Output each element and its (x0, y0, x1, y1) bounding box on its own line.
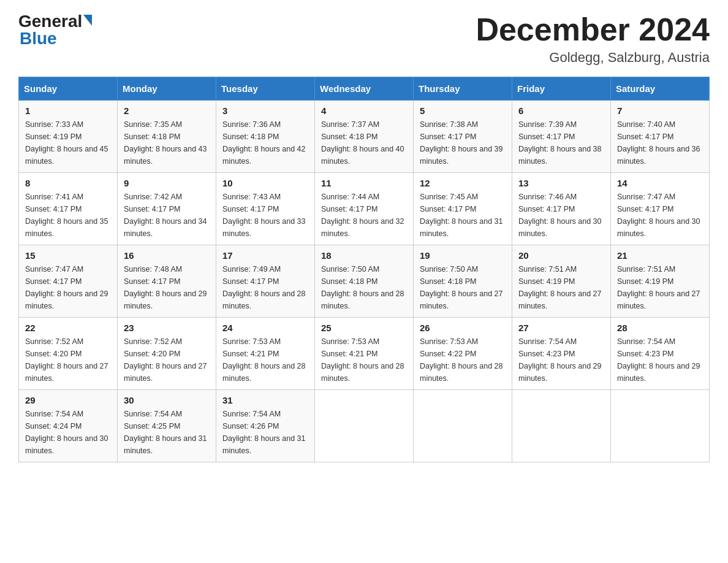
day-number: 14 (617, 178, 703, 188)
day-number: 16 (124, 250, 210, 261)
day-info: Sunrise: 7:47 AMSunset: 4:17 PMDaylight:… (617, 193, 700, 238)
table-row: 7 Sunrise: 7:40 AMSunset: 4:17 PMDayligh… (611, 101, 710, 173)
calendar-title-area: December 2024 Goldegg, Salzburg, Austria (476, 12, 710, 66)
day-number: 20 (518, 250, 604, 261)
table-row (512, 390, 611, 462)
table-row: 22 Sunrise: 7:52 AMSunset: 4:20 PMDaylig… (19, 318, 118, 390)
calendar-week-row: 8 Sunrise: 7:41 AMSunset: 4:17 PMDayligh… (19, 173, 710, 245)
table-row: 6 Sunrise: 7:39 AMSunset: 4:17 PMDayligh… (512, 101, 611, 173)
day-info: Sunrise: 7:50 AMSunset: 4:18 PMDaylight:… (420, 265, 503, 310)
day-info: Sunrise: 7:42 AMSunset: 4:17 PMDaylight:… (124, 193, 207, 238)
day-number: 24 (222, 323, 308, 333)
table-row: 2 Sunrise: 7:35 AMSunset: 4:18 PMDayligh… (118, 101, 216, 173)
table-row: 30 Sunrise: 7:54 AMSunset: 4:25 PMDaylig… (118, 390, 216, 462)
col-monday: Monday (118, 77, 216, 101)
table-row: 17 Sunrise: 7:49 AMSunset: 4:17 PMDaylig… (216, 245, 315, 318)
day-info: Sunrise: 7:49 AMSunset: 4:17 PMDaylight:… (222, 265, 306, 310)
day-info: Sunrise: 7:54 AMSunset: 4:25 PMDaylight:… (124, 410, 207, 455)
day-info: Sunrise: 7:44 AMSunset: 4:17 PMDaylight:… (321, 193, 404, 238)
day-number: 12 (420, 178, 506, 188)
day-number: 7 (617, 105, 703, 116)
day-number: 21 (617, 250, 703, 261)
table-row: 28 Sunrise: 7:54 AMSunset: 4:23 PMDaylig… (611, 318, 710, 390)
day-info: Sunrise: 7:52 AMSunset: 4:20 PMDaylight:… (25, 337, 108, 383)
table-row: 16 Sunrise: 7:48 AMSunset: 4:17 PMDaylig… (118, 245, 216, 318)
calendar-table: Sunday Monday Tuesday Wednesday Thursday… (18, 77, 710, 462)
col-tuesday: Tuesday (216, 77, 315, 101)
table-row: 19 Sunrise: 7:50 AMSunset: 4:18 PMDaylig… (414, 245, 512, 318)
table-row: 27 Sunrise: 7:54 AMSunset: 4:23 PMDaylig… (512, 318, 611, 390)
calendar-week-row: 29 Sunrise: 7:54 AMSunset: 4:24 PMDaylig… (19, 390, 710, 462)
day-info: Sunrise: 7:48 AMSunset: 4:17 PMDaylight:… (124, 265, 207, 310)
col-wednesday: Wednesday (315, 77, 414, 101)
table-row: 4 Sunrise: 7:37 AMSunset: 4:18 PMDayligh… (315, 101, 414, 173)
day-info: Sunrise: 7:51 AMSunset: 4:19 PMDaylight:… (617, 265, 700, 310)
logo-blue: Blue (18, 29, 57, 48)
day-number: 15 (25, 250, 111, 261)
table-row: 10 Sunrise: 7:43 AMSunset: 4:17 PMDaylig… (216, 173, 315, 245)
calendar-week-row: 15 Sunrise: 7:47 AMSunset: 4:17 PMDaylig… (19, 245, 710, 318)
col-friday: Friday (512, 77, 611, 101)
table-row: 26 Sunrise: 7:53 AMSunset: 4:22 PMDaylig… (414, 318, 512, 390)
location-subtitle: Goldegg, Salzburg, Austria (476, 50, 710, 66)
day-info: Sunrise: 7:46 AMSunset: 4:17 PMDaylight:… (518, 193, 602, 238)
month-title: December 2024 (476, 12, 710, 47)
day-number: 25 (321, 323, 407, 333)
day-number: 18 (321, 250, 407, 261)
day-info: Sunrise: 7:45 AMSunset: 4:17 PMDaylight:… (420, 193, 503, 238)
day-info: Sunrise: 7:41 AMSunset: 4:17 PMDaylight:… (25, 193, 108, 238)
day-info: Sunrise: 7:36 AMSunset: 4:18 PMDaylight:… (222, 120, 306, 166)
table-row: 13 Sunrise: 7:46 AMSunset: 4:17 PMDaylig… (512, 173, 611, 245)
day-number: 4 (321, 105, 407, 116)
col-thursday: Thursday (414, 77, 512, 101)
day-number: 30 (124, 395, 210, 405)
table-row: 21 Sunrise: 7:51 AMSunset: 4:19 PMDaylig… (611, 245, 710, 318)
day-number: 29 (25, 395, 111, 405)
table-row: 3 Sunrise: 7:36 AMSunset: 4:18 PMDayligh… (216, 101, 315, 173)
page-header: General Blue December 2024 Goldegg, Salz… (18, 12, 710, 66)
table-row: 11 Sunrise: 7:44 AMSunset: 4:17 PMDaylig… (315, 173, 414, 245)
day-number: 5 (420, 105, 506, 116)
day-info: Sunrise: 7:38 AMSunset: 4:17 PMDaylight:… (420, 120, 503, 166)
day-number: 26 (420, 323, 506, 333)
calendar-header-row: Sunday Monday Tuesday Wednesday Thursday… (19, 77, 710, 101)
table-row: 5 Sunrise: 7:38 AMSunset: 4:17 PMDayligh… (414, 101, 512, 173)
table-row: 15 Sunrise: 7:47 AMSunset: 4:17 PMDaylig… (19, 245, 118, 318)
table-row: 20 Sunrise: 7:51 AMSunset: 4:19 PMDaylig… (512, 245, 611, 318)
day-info: Sunrise: 7:40 AMSunset: 4:17 PMDaylight:… (617, 120, 700, 166)
table-row: 31 Sunrise: 7:54 AMSunset: 4:26 PMDaylig… (216, 390, 315, 462)
day-info: Sunrise: 7:52 AMSunset: 4:20 PMDaylight:… (124, 337, 207, 383)
day-number: 13 (518, 178, 604, 188)
table-row: 9 Sunrise: 7:42 AMSunset: 4:17 PMDayligh… (118, 173, 216, 245)
table-row (611, 390, 710, 462)
day-number: 9 (124, 178, 210, 188)
day-info: Sunrise: 7:54 AMSunset: 4:24 PMDaylight:… (25, 410, 108, 455)
table-row: 23 Sunrise: 7:52 AMSunset: 4:20 PMDaylig… (118, 318, 216, 390)
table-row: 14 Sunrise: 7:47 AMSunset: 4:17 PMDaylig… (611, 173, 710, 245)
logo: General Blue (18, 12, 92, 48)
table-row (315, 390, 414, 462)
day-info: Sunrise: 7:47 AMSunset: 4:17 PMDaylight:… (25, 265, 108, 310)
day-number: 27 (518, 323, 604, 333)
table-row: 8 Sunrise: 7:41 AMSunset: 4:17 PMDayligh… (19, 173, 118, 245)
day-info: Sunrise: 7:33 AMSunset: 4:19 PMDaylight:… (25, 120, 108, 166)
day-info: Sunrise: 7:54 AMSunset: 4:23 PMDaylight:… (518, 337, 602, 383)
table-row: 29 Sunrise: 7:54 AMSunset: 4:24 PMDaylig… (19, 390, 118, 462)
day-number: 6 (518, 105, 604, 116)
day-info: Sunrise: 7:54 AMSunset: 4:26 PMDaylight:… (222, 410, 306, 455)
day-info: Sunrise: 7:43 AMSunset: 4:17 PMDaylight:… (222, 193, 306, 238)
day-info: Sunrise: 7:54 AMSunset: 4:23 PMDaylight:… (617, 337, 700, 383)
day-number: 28 (617, 323, 703, 333)
day-number: 23 (124, 323, 210, 333)
day-number: 11 (321, 178, 407, 188)
day-info: Sunrise: 7:39 AMSunset: 4:17 PMDaylight:… (518, 120, 602, 166)
logo-triangle-icon (83, 15, 92, 26)
day-number: 8 (25, 178, 111, 188)
day-number: 2 (124, 105, 210, 116)
day-info: Sunrise: 7:53 AMSunset: 4:22 PMDaylight:… (420, 337, 503, 383)
table-row: 1 Sunrise: 7:33 AMSunset: 4:19 PMDayligh… (19, 101, 118, 173)
col-saturday: Saturday (611, 77, 710, 101)
day-info: Sunrise: 7:50 AMSunset: 4:18 PMDaylight:… (321, 265, 404, 310)
day-info: Sunrise: 7:35 AMSunset: 4:18 PMDaylight:… (124, 120, 207, 166)
table-row: 24 Sunrise: 7:53 AMSunset: 4:21 PMDaylig… (216, 318, 315, 390)
